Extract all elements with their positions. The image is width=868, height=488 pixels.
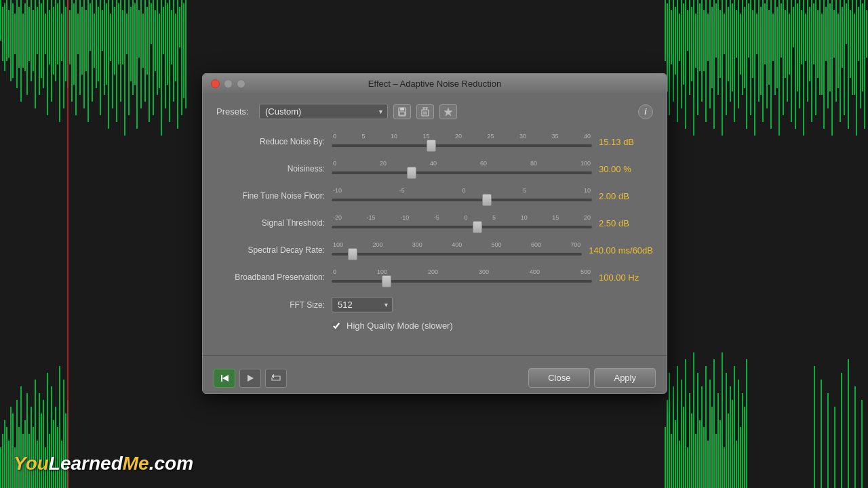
svg-rect-133 (746, 0, 747, 129)
fine-tune-noise-floor-slider[interactable] (332, 199, 592, 201)
svg-rect-199 (12, 413, 14, 488)
svg-rect-128 (736, 10, 737, 58)
svg-rect-278 (400, 108, 404, 110)
svg-rect-47 (94, 14, 95, 68)
spectral-decay-rate-slider[interactable] (332, 253, 582, 256)
svg-rect-115 (709, 0, 711, 108)
save-preset-button[interactable] (393, 104, 411, 119)
svg-rect-219 (53, 420, 54, 488)
signal-threshold-scale: -20 -15 -10 -5 0 5 10 15 20 (332, 214, 592, 221)
svg-rect-210 (35, 380, 36, 488)
svg-rect-270 (827, 393, 829, 488)
reduce-noise-by-slider[interactable] (332, 144, 592, 147)
svg-rect-222 (59, 366, 60, 488)
svg-rect-97 (673, 0, 674, 102)
loop-button[interactable] (265, 369, 287, 388)
svg-rect-52 (104, 0, 105, 95)
svg-rect-130 (740, 14, 741, 75)
svg-rect-169 (819, 0, 821, 95)
back-to-start-button[interactable] (214, 369, 235, 388)
svg-rect-237 (685, 359, 686, 488)
svg-rect-218 (51, 386, 52, 488)
svg-rect-9 (16, 0, 18, 88)
svg-rect-145 (770, 0, 772, 129)
svg-rect-16 (31, 0, 32, 81)
svg-rect-166 (813, 3, 814, 64)
fine-tune-noise-floor-container: -10 -5 0 5 10 (332, 187, 592, 205)
svg-rect-108 (695, 14, 696, 68)
svg-rect-103 (685, 0, 686, 129)
svg-rect-20 (39, 0, 40, 95)
info-button[interactable]: i (638, 104, 653, 119)
minimize-traffic-light[interactable] (224, 79, 233, 88)
svg-rect-271 (834, 407, 835, 488)
svg-rect-228 (667, 400, 668, 488)
high-quality-mode-checkbox[interactable] (332, 321, 341, 331)
svg-rect-81 (163, 7, 164, 54)
svg-rect-42 (83, 0, 85, 108)
svg-rect-41 (81, 7, 83, 75)
noisiness-slider[interactable] (332, 171, 592, 174)
svg-rect-86 (173, 0, 174, 102)
close-traffic-light[interactable] (211, 79, 220, 88)
delete-preset-button[interactable] (416, 104, 434, 119)
svg-rect-269 (821, 380, 822, 488)
apply-button[interactable]: Apply (594, 368, 656, 388)
broadband-preservation-slider[interactable] (332, 280, 592, 283)
svg-rect-100 (679, 14, 680, 61)
spectral-decay-rate-row: Spectral Decay Rate: 100 200 300 400 500… (216, 241, 653, 259)
svg-rect-68 (136, 0, 138, 129)
svg-rect-121 (722, 0, 723, 136)
maximize-traffic-light[interactable] (237, 79, 245, 88)
svg-rect-202 (18, 427, 20, 488)
svg-rect-104 (687, 10, 688, 51)
svg-rect-279 (399, 112, 405, 115)
close-button[interactable]: Close (528, 368, 590, 388)
svg-rect-185 (852, 0, 853, 95)
fine-tune-noise-floor-value: 2.00 dB (599, 191, 653, 201)
noisiness-track (332, 168, 592, 178)
fine-tune-noise-floor-label: Fine Tune Noise Floor: (216, 191, 325, 201)
presets-select[interactable]: (Custom) Light Noise Reduction Strong No… (259, 104, 388, 119)
svg-rect-229 (669, 373, 670, 488)
svg-rect-211 (37, 441, 38, 488)
broadband-preservation-track (332, 277, 592, 286)
svg-rect-163 (807, 0, 808, 102)
fine-tune-noise-floor-track (332, 195, 592, 205)
fft-size-select[interactable]: 256 512 1024 2048 4096 8192 (332, 297, 393, 312)
svg-rect-153 (787, 0, 788, 102)
fft-size-row: FFT Size: 256 512 1024 2048 4096 8192 (216, 297, 653, 312)
favorite-preset-button[interactable] (439, 104, 457, 119)
svg-rect-25 (49, 10, 50, 64)
signal-threshold-track (332, 222, 592, 232)
reduce-noise-by-container: 0 5 10 15 20 25 30 35 40 (332, 133, 592, 150)
svg-rect-206 (26, 393, 28, 488)
svg-rect-118 (715, 3, 717, 58)
svg-rect-106 (691, 7, 692, 81)
fft-size-select-wrap[interactable]: 256 512 1024 2048 4096 8192 (332, 297, 393, 312)
play-button[interactable] (239, 369, 261, 388)
svg-rect-200 (14, 447, 16, 488)
svg-rect-275 (861, 400, 863, 488)
svg-rect-175 (831, 0, 833, 136)
svg-rect-113 (705, 0, 707, 122)
svg-rect-71 (142, 14, 144, 68)
svg-rect-1 (0, 0, 1, 41)
svg-rect-107 (693, 0, 694, 136)
svg-rect-177 (835, 0, 837, 102)
dialog-footer: Close Apply (203, 363, 667, 393)
svg-rect-164 (809, 7, 810, 81)
svg-rect-57 (114, 7, 115, 75)
spectral-decay-rate-track (332, 249, 582, 259)
presets-select-wrap[interactable]: (Custom) Light Noise Reduction Strong No… (259, 104, 388, 119)
svg-rect-120 (719, 10, 721, 78)
svg-rect-83 (167, 3, 168, 85)
svg-rect-46 (92, 0, 93, 102)
svg-rect-135 (750, 0, 751, 115)
svg-rect-61 (122, 10, 123, 64)
svg-rect-260 (732, 400, 733, 488)
svg-rect-195 (4, 420, 5, 488)
svg-rect-138 (756, 14, 757, 54)
svg-rect-101 (681, 0, 682, 108)
signal-threshold-slider[interactable] (332, 226, 592, 228)
